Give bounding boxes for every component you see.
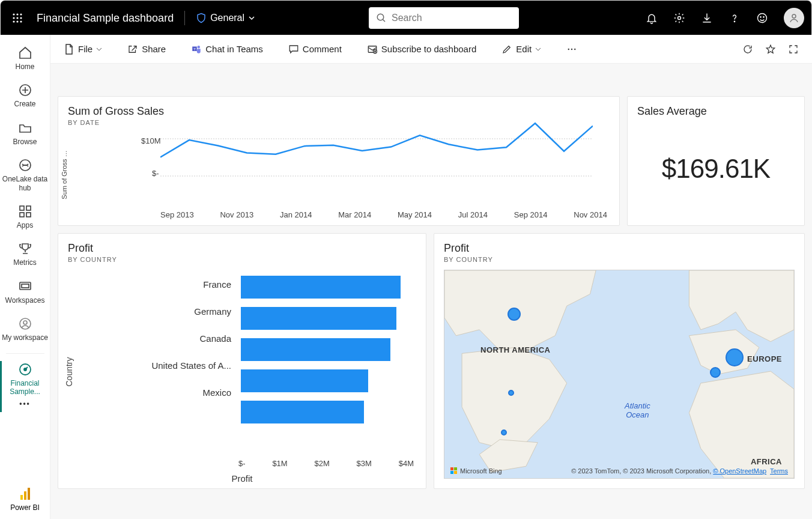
nav-onelake[interactable]: OneLake data hub bbox=[0, 153, 50, 199]
bar bbox=[241, 401, 364, 423]
global-search[interactable] bbox=[369, 7, 519, 29]
bing-icon bbox=[450, 467, 458, 475]
search-input[interactable] bbox=[392, 13, 512, 23]
file-menu[interactable]: File bbox=[60, 41, 106, 57]
svg-point-26 bbox=[23, 321, 27, 324]
svg-line-10 bbox=[383, 19, 385, 22]
svg-rect-20 bbox=[26, 206, 31, 210]
map-visual[interactable]: NORTH AMERICA EUROPE AFRICA AtlanticOcea… bbox=[444, 270, 795, 479]
kpi-value: $169.61K bbox=[662, 154, 770, 184]
svg-point-14 bbox=[760, 17, 761, 17]
svg-rect-24 bbox=[22, 284, 29, 288]
smiley-icon bbox=[756, 12, 768, 24]
svg-point-3 bbox=[13, 17, 14, 19]
nav-apps[interactable]: Apps bbox=[0, 199, 50, 237]
svg-point-16 bbox=[792, 14, 796, 18]
nav-home[interactable]: Home bbox=[0, 41, 50, 78]
svg-point-11 bbox=[678, 17, 681, 20]
svg-point-38 bbox=[571, 48, 572, 49]
powerbi-icon bbox=[19, 487, 31, 501]
map-bubble[interactable] bbox=[710, 367, 721, 378]
x-axis-ticks: Sep 2013Nov 2013Jan 2014Mar 2014May 2014… bbox=[160, 210, 607, 219]
more-options-button[interactable] bbox=[563, 41, 581, 57]
tile-title: Profit bbox=[68, 242, 416, 255]
apps-icon bbox=[18, 204, 32, 219]
favorite-button[interactable] bbox=[762, 41, 780, 57]
y-tick: $- bbox=[152, 169, 159, 178]
bell-icon bbox=[646, 12, 658, 24]
app-launcher-button[interactable] bbox=[8, 8, 27, 28]
home-icon bbox=[18, 46, 32, 60]
map-bubble[interactable] bbox=[508, 390, 514, 396]
dashboard-toolbar: File Share TChat in Teams Comment Subscr… bbox=[50, 35, 812, 64]
tile-title: Sales Average bbox=[637, 105, 795, 118]
nav-browse[interactable]: Browse bbox=[0, 116, 50, 153]
person-circle-icon bbox=[18, 317, 32, 331]
share-button[interactable]: Share bbox=[124, 41, 169, 57]
fullscreen-button[interactable] bbox=[784, 41, 802, 57]
bar bbox=[241, 338, 390, 361]
svg-rect-22 bbox=[26, 213, 31, 217]
line-chart bbox=[160, 121, 593, 181]
svg-rect-46 bbox=[454, 471, 457, 474]
map-bubble[interactable] bbox=[501, 429, 507, 436]
settings-button[interactable] bbox=[670, 8, 689, 28]
continent-label: NORTH AMERICA bbox=[480, 345, 551, 354]
dashboard-icon bbox=[18, 362, 32, 377]
svg-rect-45 bbox=[450, 471, 453, 474]
help-icon bbox=[729, 12, 741, 24]
svg-point-5 bbox=[20, 17, 22, 19]
svg-point-1 bbox=[16, 13, 18, 15]
nav-my-workspace[interactable]: My workspace bbox=[0, 312, 50, 349]
osm-link[interactable]: © OpenStreetMap bbox=[713, 467, 766, 475]
nav-create[interactable]: Create bbox=[0, 78, 50, 115]
nav-workspaces[interactable]: Workspaces bbox=[0, 275, 50, 312]
comment-button[interactable]: Comment bbox=[285, 41, 345, 57]
sensitivity-dropdown[interactable]: General bbox=[196, 13, 255, 23]
comment-icon bbox=[288, 44, 299, 55]
account-button[interactable] bbox=[784, 8, 804, 28]
svg-point-0 bbox=[13, 13, 14, 15]
svg-rect-30 bbox=[24, 491, 26, 500]
svg-point-4 bbox=[16, 17, 18, 19]
subscribe-button[interactable]: Subscribe to dashboard bbox=[363, 41, 480, 57]
waffle-icon bbox=[12, 13, 23, 23]
svg-point-15 bbox=[763, 17, 764, 17]
gear-icon bbox=[673, 12, 685, 24]
svg-point-28 bbox=[24, 368, 26, 371]
nav-financial-sample[interactable]: Financial Sample...••• bbox=[0, 357, 50, 416]
map-bubble[interactable] bbox=[507, 308, 521, 321]
edit-menu[interactable]: Edit bbox=[498, 41, 545, 57]
help-button[interactable] bbox=[725, 8, 744, 28]
bar bbox=[241, 276, 401, 299]
refresh-button[interactable] bbox=[739, 41, 757, 57]
subscribe-icon bbox=[367, 44, 378, 55]
svg-text:T: T bbox=[193, 47, 196, 50]
more-dots: ••• bbox=[19, 399, 31, 408]
svg-point-9 bbox=[377, 14, 384, 20]
teams-icon: T bbox=[191, 44, 202, 55]
svg-rect-44 bbox=[454, 467, 457, 470]
trophy-icon bbox=[18, 241, 32, 256]
svg-point-13 bbox=[758, 14, 767, 23]
chat-in-teams-button[interactable]: TChat in Teams bbox=[187, 41, 267, 57]
dashboard-title: Financial Sample dashboard bbox=[37, 12, 174, 25]
left-rail: Home Create Browse OneLake data hub Apps… bbox=[0, 35, 50, 519]
nav-powerbi[interactable]: Power BI bbox=[10, 487, 40, 519]
shield-icon bbox=[196, 13, 207, 23]
bar-series bbox=[241, 276, 410, 452]
tile-sales-average[interactable]: Sales Average $169.61K bbox=[627, 96, 805, 226]
tile-profit-bar[interactable]: Profit BY COUNTRY Country France Germany… bbox=[58, 233, 426, 489]
download-icon bbox=[701, 12, 713, 24]
notifications-button[interactable] bbox=[642, 8, 661, 28]
svg-point-34 bbox=[198, 46, 201, 49]
tile-gross-sales[interactable]: Sum of Gross Sales BY DATE Sum of Gross … bbox=[58, 96, 620, 226]
x-axis-label: Profit bbox=[58, 473, 426, 484]
nav-metrics[interactable]: Metrics bbox=[0, 237, 50, 274]
download-button[interactable] bbox=[697, 8, 717, 28]
terms-link[interactable]: Terms bbox=[770, 467, 788, 475]
tile-profit-map[interactable]: Profit BY COUNTRY NORTH AMERICA EUROPE A… bbox=[434, 233, 805, 489]
feedback-button[interactable] bbox=[753, 8, 772, 28]
tile-title: Sum of Gross Sales bbox=[68, 105, 610, 118]
map-attribution: Microsoft Bing © 2023 TomTom, © 2023 Mic… bbox=[450, 467, 788, 475]
